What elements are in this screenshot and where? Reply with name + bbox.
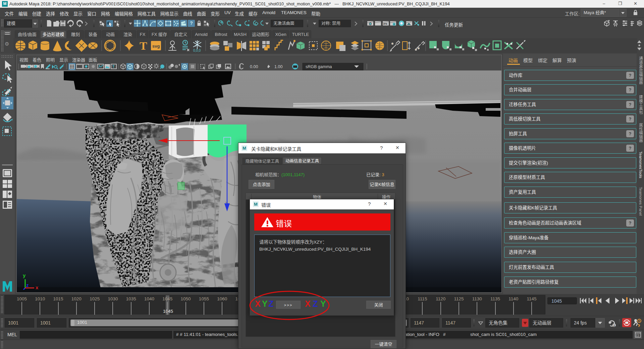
svg-text:y: y [23,272,26,278]
svg-text:1: 1 [613,324,615,327]
svg-text:x: x [36,285,39,290]
svg-text:T: T [140,40,147,52]
svg-text:{;}: {;} [636,334,639,337]
svg-text:T: T [112,64,115,68]
svg-text:svg: svg [152,44,160,49]
svg-text:0.00: 0.00 [250,64,258,69]
svg-text:1.00: 1.00 [274,64,282,69]
svg-text:0,0,0: 0,0,0 [193,49,201,52]
svg-text:z: z [26,282,29,288]
svg-text:IPR: IPR [383,22,388,26]
svg-text:sRGB gamma: sRGB gamma [306,64,332,69]
